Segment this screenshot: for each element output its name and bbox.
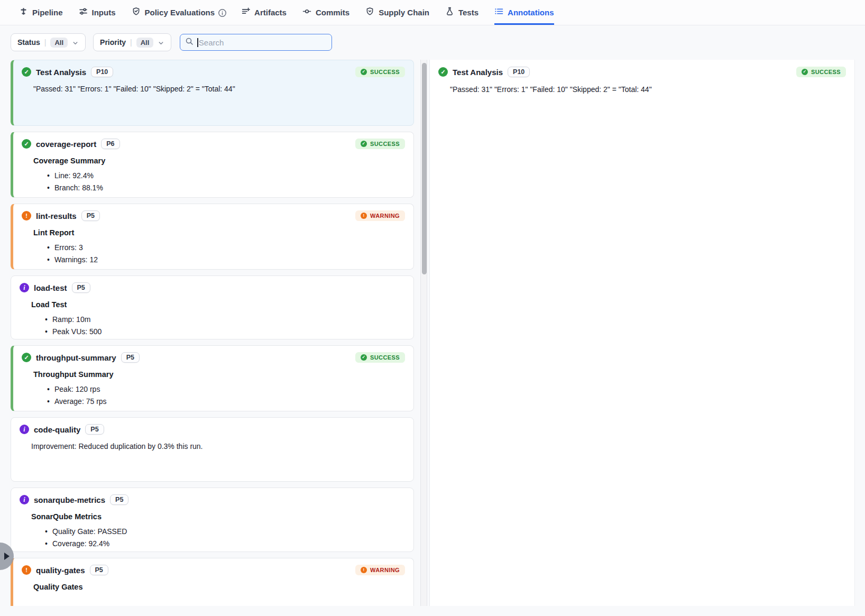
annotation-name: Test Analysis <box>36 68 86 77</box>
warning-icon: ! <box>22 565 31 575</box>
list-plus-icon <box>241 7 250 17</box>
success-check-icon: ✓ <box>22 139 31 149</box>
annotation-body: "Passed: 31" "Errors: 1" "Failed: 10" "S… <box>33 85 405 93</box>
annotation-bullet: Branch: 88.1% <box>33 182 405 194</box>
annotation-heading: Throughput Summary <box>33 370 405 379</box>
detail-title: Test Analysis <box>453 68 503 77</box>
info-icon: i <box>20 425 29 434</box>
annotation-bullet: Quality Gate: PASSED <box>31 526 405 538</box>
tab-tests[interactable]: Tests <box>445 0 478 25</box>
annotation-card-lint-results[interactable]: ! lint-results P5 ! WARNING Lint Report … <box>11 204 414 270</box>
tab-label: Tests <box>458 8 478 17</box>
annotation-detail-panel: ✓ Test Analysis P10 ✓ SUCCESS "Passed: 3… <box>429 60 855 606</box>
commit-icon <box>302 7 311 17</box>
annotation-bullet: Ramp: 10m <box>31 314 405 326</box>
priority-badge: P5 <box>72 282 90 293</box>
search-icon <box>185 37 194 48</box>
success-check-icon: ✓ <box>361 141 367 147</box>
priority-badge: P10 <box>91 67 113 77</box>
success-check-icon: ✓ <box>361 354 367 361</box>
annotation-bullet: Errors: 3 <box>33 242 405 254</box>
status-badge: ✓ SUCCESS <box>796 67 846 77</box>
info-icon: i <box>20 283 29 292</box>
detail-body: "Passed: 31" "Errors: 1" "Failed: 10" "S… <box>450 85 846 94</box>
status-badge: ✓ SUCCESS <box>355 139 405 149</box>
divider: | <box>130 38 132 47</box>
filter-bar: Status | All Priority | All <box>11 33 332 51</box>
tab-label: Inputs <box>92 8 116 17</box>
warning-icon: ! <box>361 213 367 219</box>
annotation-name: quality-gates <box>36 566 85 575</box>
list-scrollbar-track[interactable] <box>420 60 427 606</box>
annotation-bullet: Coverage: 92.4% <box>31 538 405 550</box>
status-filter-value: All <box>50 38 68 48</box>
annotation-heading: Coverage Summary <box>33 157 405 165</box>
priority-filter-label: Priority <box>100 38 126 47</box>
annotation-list: ✓ Test Analysis P10 ✓ SUCCESS "Passed: 3… <box>11 60 414 606</box>
annotation-card-code-quality[interactable]: i code-quality P5 Improvement: Reduced d… <box>11 417 414 482</box>
annotation-heading: SonarQube Metrics <box>31 512 405 521</box>
status-badge: ! WARNING <box>355 565 405 575</box>
success-check-icon: ✓ <box>22 353 31 362</box>
priority-badge: P6 <box>101 139 119 149</box>
tab-pipeline[interactable]: Pipeline <box>19 0 63 25</box>
priority-badge: P10 <box>508 67 530 77</box>
priority-badge: P5 <box>81 210 100 221</box>
chevron-down-icon <box>158 39 164 46</box>
status-badge: ! WARNING <box>355 210 405 221</box>
annotation-name: lint-results <box>36 212 77 220</box>
tab-label: Annotations <box>508 8 554 17</box>
success-check-icon: ✓ <box>22 67 31 77</box>
annotation-card-coverage-report[interactable]: ✓ coverage-report P6 ✓ SUCCESS Coverage … <box>11 132 414 198</box>
annotation-card-test-analysis[interactable]: ✓ Test Analysis P10 ✓ SUCCESS "Passed: 3… <box>11 60 414 126</box>
priority-filter-dropdown[interactable]: Priority | All <box>93 33 171 51</box>
annotation-name: code-quality <box>34 425 80 434</box>
priority-badge: P5 <box>110 494 128 505</box>
list-scrollbar-thumb[interactable] <box>422 63 427 274</box>
annotation-card-load-test[interactable]: i load-test P5 Load Test Ramp: 10m Peak … <box>11 275 414 339</box>
annotation-heading: Lint Report <box>33 228 405 237</box>
priority-badge: P5 <box>85 424 104 435</box>
tab-policy-evaluations[interactable]: Policy Evaluations <box>132 0 226 25</box>
status-badge: ✓ SUCCESS <box>355 67 405 77</box>
search-input[interactable] <box>198 38 327 47</box>
tab-commits[interactable]: Commits <box>302 0 349 25</box>
priority-badge: P5 <box>121 352 140 363</box>
annotation-heading: Load Test <box>31 300 405 309</box>
tab-supply-chain[interactable]: Supply Chain <box>365 0 429 25</box>
tab-label: Artifacts <box>254 8 287 17</box>
info-tooltip-icon[interactable] <box>218 8 225 16</box>
annotation-bullet: Line: 92.4% <box>33 170 405 182</box>
annotation-bullet: Average: 75 rps <box>33 396 405 408</box>
tab-label: Supply Chain <box>379 8 429 17</box>
annotation-bullet: Peak VUs: 500 <box>31 326 405 338</box>
success-check-icon: ✓ <box>802 69 808 75</box>
annotation-card-sonarqube-metrics[interactable]: i sonarqube-metrics P5 SonarQube Metrics… <box>11 488 414 552</box>
divider: | <box>44 38 47 47</box>
annotation-heading: Quality Gates <box>33 583 405 591</box>
pipeline-icon <box>19 7 28 17</box>
status-filter-dropdown[interactable]: Status | All <box>11 33 86 51</box>
tab-label: Policy Evaluations <box>145 8 215 17</box>
annotation-name: coverage-report <box>36 140 96 149</box>
warning-icon: ! <box>361 567 367 573</box>
tab-annotations[interactable]: Annotations <box>494 0 554 25</box>
success-check-icon: ✓ <box>438 67 448 77</box>
search-box[interactable] <box>180 34 332 51</box>
shield-check-icon <box>132 7 141 17</box>
priority-badge: P5 <box>90 565 108 575</box>
pipeline-tab-bar: Pipeline Inputs Policy Evaluations Artif… <box>0 0 865 25</box>
annotation-name: throughput-summary <box>36 353 116 362</box>
chevron-down-icon <box>72 39 79 46</box>
annotation-bullet: Peak: 120 rps <box>33 383 405 396</box>
priority-filter-value: All <box>136 38 154 48</box>
tab-artifacts[interactable]: Artifacts <box>241 0 287 25</box>
tab-inputs[interactable]: Inputs <box>79 0 116 25</box>
annotation-card-quality-gates[interactable]: ! quality-gates P5 ! WARNING Quality Gat… <box>11 558 414 606</box>
annotations-list-icon <box>494 7 503 17</box>
arrow-right-icon <box>4 553 10 560</box>
status-badge: ✓ SUCCESS <box>355 352 405 363</box>
annotation-card-throughput-summary[interactable]: ✓ throughput-summary P5 ✓ SUCCESS Throug… <box>11 345 414 411</box>
status-filter-label: Status <box>17 38 40 47</box>
annotation-body: Improvement: Reduced duplication by 0.3%… <box>31 442 405 450</box>
